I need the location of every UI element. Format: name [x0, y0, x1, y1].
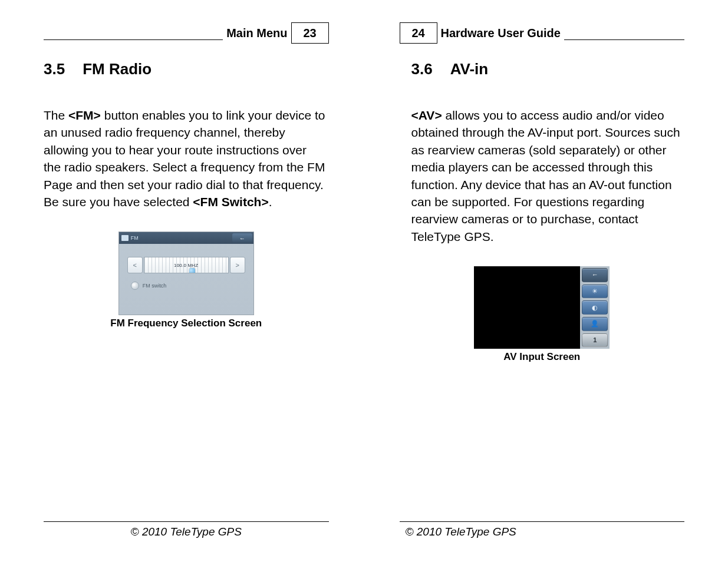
fm-switch-label: FM switch — [143, 283, 167, 289]
fm-frequency-scale[interactable]: 100.0 MHZ — [144, 257, 229, 273]
figure-caption-fm: FM Frequency Selection Screen — [110, 318, 262, 329]
footer-left: © 2010 TeleType GPS — [44, 521, 329, 538]
figure-av: ← ☀ ◐ 👤 1 AV Input Screen — [400, 266, 685, 363]
body-rest: allows you to access audio and/or video … — [411, 108, 680, 243]
av-channel-1-button[interactable]: 1 — [582, 333, 608, 348]
fm-screenshot: FM ← < 100.0 MHZ > FM switch — [118, 232, 254, 315]
av-camera-button[interactable]: 👤 — [582, 317, 608, 331]
section-number: 3.5 — [44, 60, 65, 78]
section-title: AV-in — [450, 60, 489, 78]
figure-fm: FM ← < 100.0 MHZ > FM switch — [44, 232, 329, 329]
footer-text: © 2010 TeleType GPS — [400, 522, 685, 538]
radio-icon — [121, 235, 129, 241]
footer-right: © 2010 TeleType GPS — [400, 521, 685, 538]
av-screenshot: ← ☀ ◐ 👤 1 — [474, 266, 610, 349]
fm-slider-knob[interactable] — [189, 268, 195, 273]
footer-text: © 2010 TeleType GPS — [44, 522, 329, 538]
av-back-button[interactable]: ← — [582, 268, 608, 282]
page-right: 24 Hardware User Guide 3.6 AV-in <AV> al… — [364, 0, 729, 562]
fm-prev-button[interactable]: < — [127, 257, 143, 273]
page-spread: Main Menu 23 3.5 FM Radio The <FM> butto… — [0, 0, 728, 562]
av-video-area — [474, 266, 580, 349]
body-mid: button enables you to link your device t… — [44, 108, 325, 209]
contrast-icon: ◐ — [592, 305, 598, 311]
fm-title: FM — [131, 235, 139, 241]
header-label: Hardware User Guide — [437, 27, 564, 40]
arrow-left-icon: ← — [239, 235, 245, 242]
header-left: Main Menu 23 — [44, 21, 329, 45]
camera-icon: 👤 — [591, 320, 599, 327]
body-post: . — [269, 195, 272, 209]
fm-titlebar: FM ← — [119, 232, 253, 244]
header-pageno: 23 — [291, 22, 329, 44]
arrow-left-icon: ← — [592, 272, 598, 278]
body-text-left: The <FM> button enables you to link your… — [44, 107, 327, 210]
av-contrast-button[interactable]: ◐ — [582, 300, 608, 315]
body-text-right: <AV> allows you to access audio and/or v… — [411, 107, 685, 245]
header-label: Main Menu — [223, 27, 291, 40]
av-tag: <AV> — [411, 108, 442, 122]
fm-switch-row[interactable]: FM switch — [131, 282, 167, 290]
body-pre: The — [44, 108, 68, 122]
header-pageno: 24 — [400, 22, 437, 44]
av-brightness-button[interactable]: ☀ — [582, 285, 608, 299]
page-left: Main Menu 23 3.5 FM Radio The <FM> butto… — [0, 0, 364, 562]
channel-1-label: 1 — [593, 336, 597, 343]
brightness-icon: ☀ — [592, 288, 598, 295]
fm-tuner: < 100.0 MHZ > — [127, 257, 245, 273]
section-number: 3.6 — [411, 60, 433, 78]
section-heading-right: 3.6 AV-in — [411, 60, 685, 78]
section-title: FM Radio — [83, 60, 151, 78]
fm-frequency-value: 100.0 MHZ — [174, 263, 198, 268]
fm-tag: <FM> — [68, 108, 101, 122]
figure-caption-av: AV Input Screen — [503, 351, 580, 363]
fm-next-button[interactable]: > — [230, 257, 245, 273]
section-heading-left: 3.5 FM Radio — [44, 60, 329, 78]
header-right: 24 Hardware User Guide — [400, 21, 685, 45]
fm-back-button[interactable]: ← — [232, 233, 252, 243]
av-sidebar: ← ☀ ◐ 👤 1 — [580, 266, 610, 349]
header-rule — [44, 27, 223, 40]
header-rule — [564, 27, 684, 40]
fm-switch-radio[interactable] — [131, 282, 139, 290]
fm-switch-tag: <FM Switch> — [193, 195, 268, 209]
